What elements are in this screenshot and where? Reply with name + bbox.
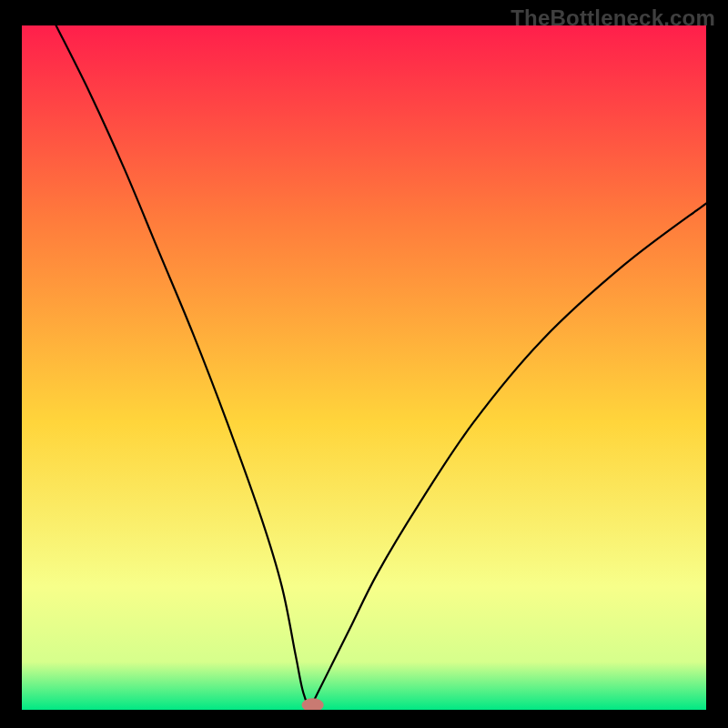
chart-svg (22, 25, 706, 710)
gradient-background (22, 25, 706, 710)
chart-frame: TheBottleneck.com (0, 0, 728, 728)
plot-area (22, 25, 706, 710)
watermark-text: TheBottleneck.com (511, 5, 715, 31)
